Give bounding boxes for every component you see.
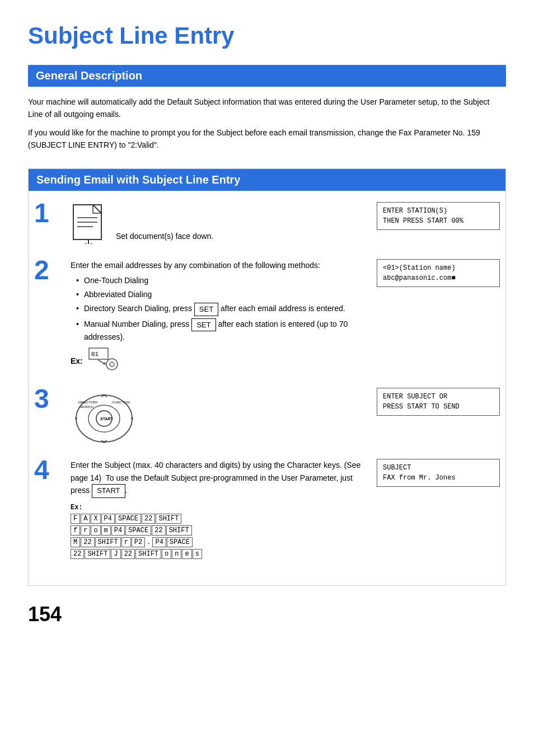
svg-text:FUNCTION: FUNCTION [113,401,130,404]
step-4-lcd: SUBJECT FAX from Mr. Jones [377,459,500,487]
key-P2: P2 [132,537,145,547]
key-s: s [193,549,202,559]
key-22e: 22 [121,549,135,559]
step-2-side: <01>(Station name) abc@panasonic.com■ [377,259,500,287]
sending-section-header: Sending Email with Subject Line Entry [29,169,505,191]
key-SHIFT4: SHIFT [85,549,110,559]
svg-text:SEARCH: SEARCH [79,405,93,408]
key-X: X [91,514,100,524]
step-1-side: ENTER STATION(S) THEN PRESS START 00% [377,202,500,230]
key-M: M [71,537,80,547]
key-SPACE2: SPACE [125,525,151,536]
start-button-inline: START [92,484,125,498]
set-button-2: SET [191,318,216,332]
step-3-lcd: ENTER SUBJECT OR PRESS START TO SEND [377,388,500,416]
key-SHIFT2: SHIFT [166,525,192,536]
key-n: n [172,549,181,559]
general-desc-header: General Description [28,65,506,87]
step-1-lcd: ENTER STATION(S) THEN PRESS START 00% [377,202,500,230]
step-1-number: 1 [34,200,65,227]
key-row-3: M 22 SHIFT r P2 . P4 SPACE [71,537,366,547]
key-A: A [81,514,90,524]
key-P4b: P4 [111,525,125,536]
step-2-ex-label: Ex: [71,356,83,365]
svg-text:DIRECTORY: DIRECTORY [78,401,98,404]
key-example: Ex: F A X P4 SPACE 22 SHIFT f r [71,504,366,559]
step-2-content: Enter the email addresses by any combina… [65,259,366,374]
step-1-text: Set document(s) face down. [116,230,213,242]
step-2-row: 2 Enter the email addresses by any combi… [34,259,500,374]
key-row-2: f r o m P4 SPACE 22 SHIFT [71,525,366,536]
svg-text:01: 01 [91,351,99,358]
abbreviated-dial-icon: 01 [88,348,119,374]
start-device-icon: START DIRECTORY SEARCH FUNCTION [71,388,366,445]
general-description-section: General Description Your machine will au… [28,65,506,152]
step-2-ex-area: Ex: 01 [71,348,366,374]
key-row-4: 22 SHIFT J 22 SHIFT o n e s [71,549,366,559]
svg-point-7 [106,359,118,370]
key-22b: 22 [152,525,165,536]
sending-section: Sending Email with Subject Line Entry 1 [28,168,506,586]
key-J: J [111,549,120,559]
key-f: f [71,525,80,536]
key-m: m [101,525,111,536]
key-r2: r [121,537,131,547]
step-3-row: 3 START DIRECTORY SEARCH [34,388,500,445]
key-SPACE3: SPACE [167,537,193,547]
svg-point-8 [110,362,114,367]
steps-container: 1 [29,191,505,585]
step-1-row: 1 [34,202,500,246]
key-P4: P4 [101,514,115,524]
step-3-number: 3 [34,386,65,412]
step-2-lcd: <01>(Station name) abc@panasonic.com■ [377,259,500,287]
step-4-content: Enter the Subject (max. 40 characters an… [65,459,366,561]
svg-point-19 [75,417,77,420]
svg-point-20 [131,417,133,420]
step-1-content: Set document(s) face down. [65,202,366,246]
step-2-bullets: One-Touch Dialing Abbreviated Dialing Di… [71,275,366,343]
key-e: e [182,549,191,559]
key-row-1: F A X P4 SPACE 22 SHIFT [71,514,366,524]
step-3-side: ENTER SUBJECT OR PRESS START TO SEND [377,388,500,416]
key-P4c: P4 [152,537,166,547]
bullet-2: Abbreviated Dialing [76,289,366,300]
page-title: Subject Line Entry [28,17,506,49]
step-4-side: SUBJECT FAX from Mr. Jones [377,459,500,487]
key-22d: 22 [71,549,84,559]
document-icon [71,202,107,246]
general-desc-para2: If you would like for the machine to pro… [28,126,506,152]
bullet-3: Directory Search Dialing, press SET afte… [76,303,366,316]
step-4-ex-label: Ex: [71,504,83,511]
step-2-intro: Enter the email addresses by any combina… [71,259,366,271]
general-desc-para1: Your machine will automatically add the … [28,96,506,121]
key-SHIFT1: SHIFT [156,514,181,524]
step-3-content: START DIRECTORY SEARCH FUNCTION [65,388,366,445]
key-r: r [81,525,90,536]
bullet-1: One-Touch Dialing [76,275,366,287]
step-1-icon-area: Set document(s) face down. [71,202,366,246]
page-number: 154 [28,603,506,626]
bullet-4: Manual Number Dialing, press SET after e… [76,318,366,344]
key-22c: 22 [81,537,94,547]
step-4-number: 4 [34,457,65,483]
step-4-text: Enter the Subject (max. 40 characters an… [71,459,366,498]
key-F: F [71,514,80,524]
svg-text:START: START [100,417,114,421]
key-SHIFT5: SHIFT [135,549,161,559]
key-22a: 22 [142,514,155,524]
key-dot: . [146,538,152,547]
key-SPACE1: SPACE [115,514,141,524]
key-SHIFT3: SHIFT [95,537,121,547]
set-button-1: SET [194,303,218,316]
key-o2: o [162,549,171,559]
key-o: o [91,525,100,536]
step-2-number: 2 [34,257,65,284]
step-4-row: 4 Enter the Subject (max. 40 characters … [34,459,500,561]
